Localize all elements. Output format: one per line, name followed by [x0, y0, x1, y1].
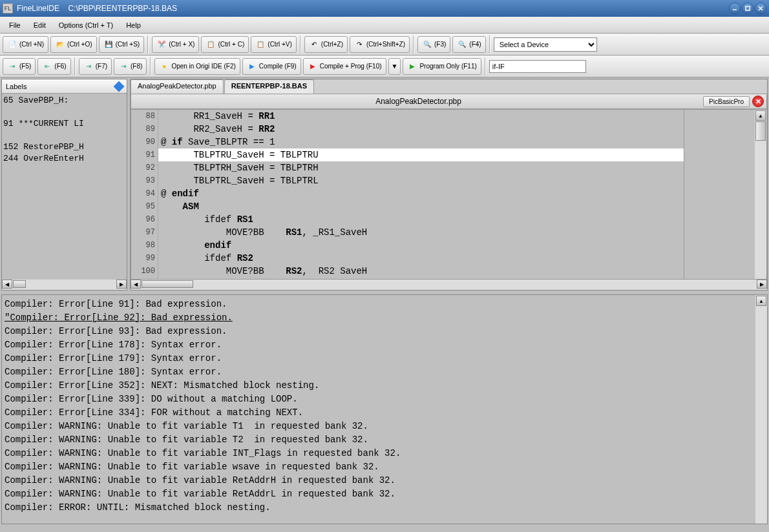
- labels-hscroll[interactable]: ◀ ▶: [2, 280, 127, 290]
- editor-tabs: AnalogPeakDetector.pbpREENTERPBP-18.BAS: [131, 79, 767, 94]
- scroll-thumb[interactable]: [13, 280, 26, 288]
- compiler-output[interactable]: Compiler: Error[Line 91]: Bad expression…: [2, 295, 755, 524]
- code-line[interactable]: RR1_SaveH = RR1: [158, 110, 684, 123]
- output-line[interactable]: Compiler: Error[Line 352]: NEXT: Mismatc…: [5, 379, 753, 393]
- output-line[interactable]: Compiler: WARNING: Unable to fit variabl…: [5, 487, 753, 501]
- output-line[interactable]: Compiler: Error[Line 178]: Syntax error.: [5, 338, 753, 352]
- close-button[interactable]: [755, 3, 766, 14]
- code-line[interactable]: ASM: [158, 200, 684, 213]
- line-gutter: 888990919293949596979899100: [131, 110, 158, 279]
- find-button[interactable]: 🔍(F3): [417, 36, 450, 53]
- indent-right-icon: ⇥: [7, 61, 17, 72]
- editor-tab[interactable]: REENTERPBP-18.BAS: [224, 79, 314, 94]
- paste-button[interactable]: 📋(Ctrl +V): [251, 36, 297, 53]
- label-row[interactable]: [3, 130, 125, 141]
- titlebar: FL FineLineIDE C:\PBP\REENTERPBP-18.BAS: [0, 0, 769, 17]
- labels-header[interactable]: Labels: [2, 79, 127, 94]
- menu-file[interactable]: File: [3, 19, 27, 32]
- scroll-left-button[interactable]: ◀: [2, 280, 12, 289]
- label-row[interactable]: 91 ***CURRENT LI: [3, 118, 125, 130]
- open-button[interactable]: 📂(Ctrl +O): [50, 36, 97, 53]
- editor-panel: AnalogPeakDetector.pbpREENTERPBP-18.BAS …: [130, 79, 768, 291]
- format-button-f7[interactable]: ⇥(F7): [79, 58, 112, 75]
- undo-icon: ↶: [309, 39, 319, 50]
- scroll-right-button[interactable]: ▶: [116, 280, 127, 289]
- program-only-button[interactable]: ▶Program Only (F11): [403, 58, 481, 75]
- scroll-up-button[interactable]: ▲: [755, 110, 766, 121]
- menu-edit[interactable]: Edit: [27, 19, 52, 32]
- scroll-thumb[interactable]: [755, 121, 766, 141]
- indent-icon: ⇥: [118, 61, 129, 72]
- scroll-thumb[interactable]: [142, 280, 193, 288]
- editor-vscroll[interactable]: ▲: [755, 110, 766, 279]
- undo-button[interactable]: ↶(Ctrl+Z): [304, 36, 348, 53]
- play-red-icon: ▶: [308, 61, 318, 72]
- output-line[interactable]: Compiler: Error[Line 93]: Bad expression…: [5, 325, 753, 338]
- compile-prog-button[interactable]: ▶Compile + Prog (F10): [303, 58, 386, 75]
- quick-snippet-input[interactable]: [489, 60, 586, 73]
- code-line[interactable]: TBLPTRH_SaveH = TBLPTRH: [158, 161, 684, 174]
- output-line[interactable]: Compiler: Error[Line 339]: DO without a …: [5, 393, 753, 406]
- save-button[interactable]: 💾(Ctrl +S): [99, 36, 145, 53]
- output-line[interactable]: Compiler: ERROR: UNTIL: Mismatched block…: [5, 501, 753, 515]
- label-row[interactable]: [3, 107, 125, 118]
- label-row[interactable]: 244 OverReEnterH: [3, 153, 125, 165]
- output-line[interactable]: Compiler: Error[Line 334]: FOR without a…: [5, 406, 753, 420]
- play-green-icon: ▶: [407, 61, 417, 72]
- copy-button[interactable]: 📋(Ctrl + C): [201, 36, 249, 53]
- code-editor[interactable]: 888990919293949596979899100 RR1_SaveH = …: [131, 109, 767, 280]
- scroll-left-button[interactable]: ◀: [131, 280, 141, 289]
- diamond-icon: [114, 81, 125, 92]
- indent-left-button[interactable]: ⇤(F6): [37, 58, 70, 75]
- code-line[interactable]: MOVE?BB RS1, _RS1_SaveH: [158, 226, 684, 239]
- output-line[interactable]: Compiler: WARNING: Unable to fit variabl…: [5, 447, 753, 460]
- code-line[interactable]: MOVE?BB RS2, RS2 SaveH: [158, 265, 684, 278]
- language-badge[interactable]: PicBasicPro: [703, 96, 750, 107]
- new-button[interactable]: 📄(Ctrl +N): [3, 36, 48, 53]
- code-lines[interactable]: RR1_SaveH = RR1 RR2_SaveH = RR2@ if Save…: [158, 110, 684, 279]
- output-line[interactable]: Compiler: WARNING: Unable to fit variabl…: [5, 433, 753, 447]
- output-line[interactable]: "Compiler: Error[Line 92]: Bad expressio…: [5, 311, 753, 325]
- close-file-button[interactable]: ✕: [752, 96, 764, 107]
- code-line[interactable]: RR2_SaveH = RR2: [158, 123, 684, 136]
- code-line[interactable]: @ endif: [158, 187, 684, 200]
- maximize-button[interactable]: [742, 3, 753, 14]
- dropdown-button[interactable]: ▼: [388, 58, 401, 75]
- scroll-right-button[interactable]: ▶: [757, 280, 767, 289]
- redo-button[interactable]: ↷(Ctrl+Shift+Z): [350, 36, 410, 53]
- labels-list[interactable]: 65 SavePBP_H: 91 ***CURRENT LI 152 Resto…: [2, 94, 127, 280]
- code-line[interactable]: TBLPTRL_SaveH = TBLPTRL: [158, 174, 684, 187]
- margin-column: [684, 110, 755, 279]
- label-row[interactable]: 152 RestorePBP_H: [3, 141, 125, 153]
- output-line[interactable]: Compiler: WARNING: Unable to fit variabl…: [5, 420, 753, 433]
- compile-button[interactable]: ▶Compile (F9): [242, 58, 301, 75]
- code-line[interactable]: ifdef RS1: [158, 213, 684, 226]
- code-line[interactable]: @ if Save_TBLPTR == 1: [158, 136, 684, 148]
- scroll-up-button[interactable]: ▲: [756, 296, 766, 306]
- minimize-button[interactable]: [729, 3, 741, 14]
- output-line[interactable]: Compiler: Error[Line 179]: Syntax error.: [5, 352, 753, 365]
- editor-tab[interactable]: AnalogPeakDetector.pbp: [131, 79, 224, 94]
- cut-button[interactable]: ✂️(Ctrl + X): [152, 36, 199, 53]
- output-line[interactable]: Compiler: WARNING: Unable to fit variabl…: [5, 474, 753, 487]
- paste-icon: 📋: [255, 39, 266, 50]
- label-row[interactable]: 65 SavePBP_H:: [3, 95, 125, 107]
- output-line[interactable]: Compiler: WARNING: Unable to fit variabl…: [5, 460, 753, 474]
- editor-hscroll[interactable]: ◀ ▶: [131, 280, 767, 290]
- redo-icon: ↷: [354, 39, 364, 50]
- output-line[interactable]: Compiler: Error[Line 180]: Syntax error.: [5, 365, 753, 379]
- format-button-f8[interactable]: ⇥(F8): [114, 58, 147, 75]
- device-select[interactable]: Select a Device: [494, 37, 597, 52]
- menu-options[interactable]: Options (Ctrl + T): [52, 19, 120, 32]
- search-icon: 🔍: [422, 39, 432, 50]
- code-line[interactable]: endif: [158, 239, 684, 252]
- menu-help[interactable]: Help: [120, 19, 147, 32]
- indent-right-button[interactable]: ⇥(F5): [3, 58, 36, 75]
- code-line[interactable]: TBLPTRU_SaveH = TBLPTRU: [158, 148, 684, 161]
- output-line[interactable]: Compiler: Error[Line 91]: Bad expression…: [5, 298, 753, 311]
- output-vscroll[interactable]: ▲: [755, 295, 767, 524]
- open-ide-button[interactable]: ●Open in Origi IDE (F2): [154, 58, 240, 75]
- play-blue-icon: ▶: [247, 61, 257, 72]
- find-next-button[interactable]: 🔍(F4): [452, 36, 485, 53]
- code-line[interactable]: ifdef RS2: [158, 252, 684, 265]
